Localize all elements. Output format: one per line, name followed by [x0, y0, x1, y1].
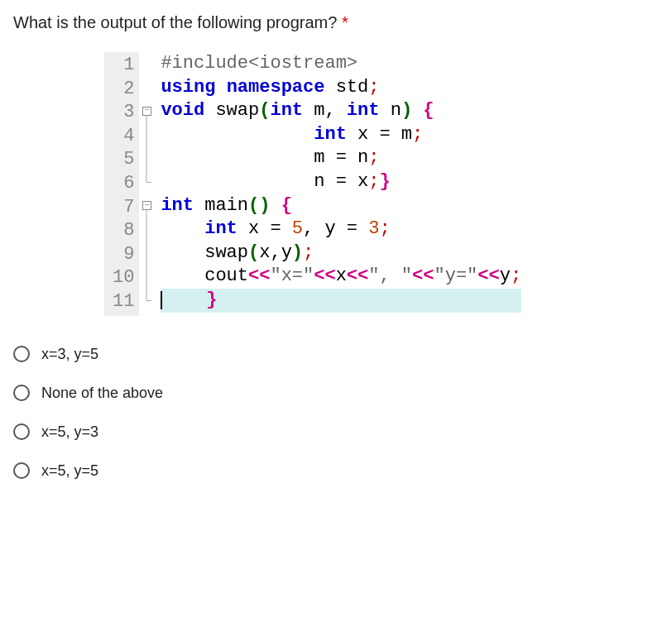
- option-3[interactable]: x=5, y=3: [13, 423, 659, 441]
- code-line: int x = m;: [161, 123, 521, 147]
- fold-column: − −: [139, 52, 154, 316]
- code-line: #include<iostream>: [161, 52, 521, 76]
- radio-icon[interactable]: [13, 346, 30, 362]
- code-block: 1 2 3 4 5 6 7 8 9 10 11 − − #include<ios…: [104, 52, 659, 316]
- code-line: n = x;}: [161, 170, 521, 194]
- fold-minus-icon[interactable]: −: [142, 107, 151, 116]
- line-number-gutter: 1 2 3 4 5 6 7 8 9 10 11: [104, 52, 139, 316]
- code-line: int x = 5, y = 3;: [161, 218, 521, 241]
- option-label: x=5, y=3: [41, 423, 98, 441]
- code-line: int main() {: [161, 194, 521, 218]
- radio-icon[interactable]: [13, 423, 30, 440]
- option-label: x=3, y=5: [41, 346, 98, 363]
- code-line: m = n;: [161, 146, 521, 170]
- option-label: x=5, y=5: [41, 462, 98, 480]
- option-2[interactable]: None of the above: [13, 385, 659, 402]
- radio-icon[interactable]: [13, 385, 30, 401]
- required-star: *: [342, 13, 348, 31]
- radio-icon[interactable]: [13, 462, 30, 479]
- option-label: None of the above: [41, 385, 163, 402]
- code-line: swap(x,y);: [161, 241, 521, 265]
- option-4[interactable]: x=5, y=5: [13, 462, 659, 480]
- fold-minus-icon[interactable]: −: [142, 201, 151, 210]
- question-text: What is the output of the following prog…: [13, 13, 659, 32]
- code-line: using namespace std;: [161, 76, 521, 100]
- code-content: #include<iostream> using namespace std; …: [154, 52, 521, 316]
- code-line: cout<<"x="<<x<<", "<<"y="<<y;: [161, 265, 521, 289]
- code-line: }: [161, 289, 521, 313]
- answer-options: x=3, y=5 None of the above x=5, y=3 x=5,…: [13, 346, 659, 480]
- code-line: void swap(int m, int n) {: [161, 99, 521, 123]
- option-1[interactable]: x=3, y=5: [13, 346, 659, 363]
